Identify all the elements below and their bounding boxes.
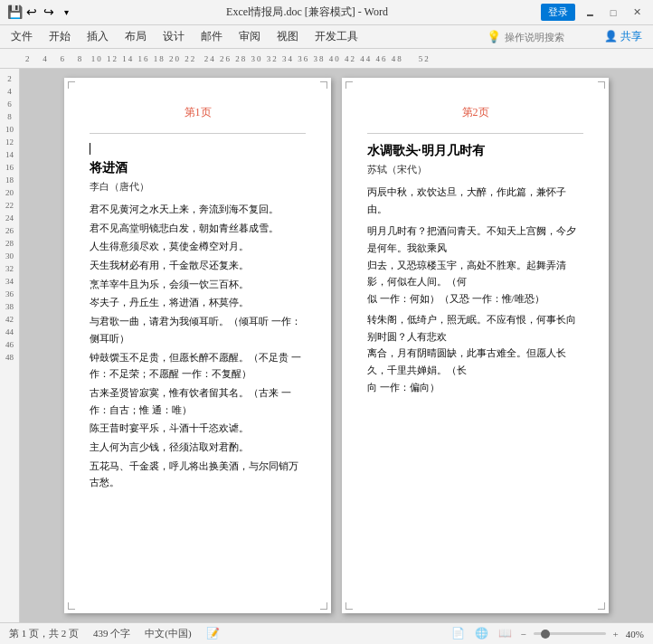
page-info: 第 1 页，共 2 页 [9,627,79,640]
zoom-slider[interactable] [534,632,606,635]
page-1-title: 将进酒 [90,160,306,176]
ruler-num-26: 26 [0,224,19,237]
corner-br-p2 [598,602,605,610]
view-web-btn[interactable]: 🌐 [473,627,489,641]
undo-icon[interactable]: ↩ [24,5,39,20]
page-1-subtitle: 李白（唐代） [90,180,306,194]
menu-search-area: 💡 [487,30,595,44]
ruler-num-46: 46 [0,338,19,351]
p2-line-1: 丙辰中秋，欢饮达旦，大醉，作此篇，兼怀子由。 [367,184,583,217]
zoom-plus-icon[interactable]: + [613,629,619,639]
p2-line-3: 归去，又恐琼楼玉宇，高处不胜寒。起舞弄清影，何似在人间。（何 [367,257,583,290]
ruler-num-8: 8 [0,110,19,123]
p2-line-5: 转朱阁，低绮户，照无眠。不应有恨，何事长向别时圆？人有悲欢 [367,311,583,345]
corner-bl-p1 [68,602,75,610]
menu-mail[interactable]: 邮件 [194,27,230,46]
corner-tr-p2 [598,81,605,89]
ruler-num-18: 18 [0,174,19,186]
edit-mode-icon: 📝 [206,627,220,640]
ruler-num-38: 38 [0,300,19,313]
title-bar-text: Excel情报局.doc [兼容模式] - Word [79,5,535,20]
corner-tl-p2 [345,81,353,89]
menu-file[interactable]: 文件 [4,27,40,46]
corner-tr-p1 [320,81,327,89]
page-2[interactable]: 第2页 水调歌头·明月几时有 苏轼（宋代） 丙辰中秋，欢饮达旦，大醉，作此篇，兼… [342,78,609,613]
language: 中文(中国) [145,627,191,640]
menu-review[interactable]: 审阅 [232,27,268,46]
redo-icon[interactable]: ↪ [42,5,56,20]
page-1-body: 君不见黄河之水天上来，奔流到海不复回。 君不见高堂明镜悲白发，朝如青丝暮成雪。 … [90,201,306,491]
menu-insert[interactable]: 插入 [80,27,116,46]
page-2-divider [367,133,583,134]
page-1-label: 第1页 [90,105,306,120]
ruler-numbers: 2 4 6 8 10 12 14 16 18 20 22 24 26 28 30… [7,54,431,63]
ruler-num-34: 34 [0,275,19,288]
p1-line-1: 君不见黄河之水天上来，奔流到海不复回。 [90,201,306,218]
quick-access-toolbar: 💾 ↩ ↪ ▾ [7,5,73,20]
corner-bl-p2 [345,602,353,610]
customize-icon[interactable]: ▾ [59,5,73,20]
word-count: 439 个字 [93,627,130,640]
page-2-body: 丙辰中秋，欢饮达旦，大醉，作此篇，兼怀子由。 明月几时有？把酒问青天。不知天上宫… [367,184,583,395]
maximize-button[interactable]: □ [604,5,622,20]
p1-line-8: 钟鼓馔玉不足贵，但愿长醉不愿醒。（不足贵 一作：不足荣；不愿醒 一作：不复醒） [90,349,306,383]
main-area: 2 4 6 8 10 12 14 16 18 20 22 24 26 28 30… [0,69,653,622]
ruler-num-20: 20 [0,186,19,199]
share-icon: 👤 [604,30,618,43]
menu-start[interactable]: 开始 [42,27,78,46]
menu-view[interactable]: 视图 [270,27,306,46]
p2-line-2: 明月几时有？把酒问青天。不知天上宫阙，今夕是何年。我欲乘风 [367,223,583,256]
p1-line-4: 天生我材必有用，千金散尽还复来。 [90,257,306,274]
page-2-subtitle: 苏轼（宋代） [367,163,583,176]
close-button[interactable]: ✕ [628,5,646,20]
share-button[interactable]: 👤 共享 [597,27,649,46]
view-read-btn[interactable]: 📖 [497,627,513,641]
share-label: 共享 [620,29,642,44]
p1-line-9: 古来圣贤皆寂寞，惟有饮者留其名。（古来 一作：自古；惟 通：唯） [90,384,306,418]
ruler-num-2: 2 [0,72,19,85]
ruler-num-10: 10 [0,123,19,136]
p1-line-3: 人生得意须尽欢，莫使金樽空对月。 [90,238,306,255]
ruler-num-6: 6 [0,98,19,110]
view-print-btn[interactable]: 📄 [450,627,466,641]
ruler-num-28: 28 [0,237,19,250]
zoom-minus-icon[interactable]: − [520,629,525,639]
ruler-num-32: 32 [0,262,19,275]
save-icon[interactable]: 💾 [7,5,22,20]
ruler-num-44: 44 [0,326,19,338]
corner-tl-p1 [68,81,75,89]
login-button[interactable]: 登录 [541,4,575,21]
document-area: 第1页 将进酒 李白（唐代） 君不见黄河之水天上来，奔流到海不复回。 君不见高堂… [20,69,653,622]
side-ruler: 2 4 6 8 10 12 14 16 18 20 22 24 26 28 30… [0,69,20,622]
minimize-button[interactable]: 🗕 [581,5,599,20]
ruler-num-14: 14 [0,148,19,161]
p2-line-4: 似 一作：何如）（又恐 一作：惟/唯恐） [367,290,583,308]
page-2-label: 第2页 [367,105,583,120]
page-1[interactable]: 第1页 将进酒 李白（唐代） 君不见黄河之水天上来，奔流到海不复回。 君不见高堂… [64,78,331,613]
menu-layout[interactable]: 布局 [118,27,154,46]
ruler-num-4: 4 [0,85,19,98]
p1-line-10: 陈王昔时宴平乐，斗酒十千恣欢谑。 [90,420,306,437]
p1-line-11: 主人何为言少钱，径须沽取对君酌。 [90,439,306,456]
ruler-num-48: 48 [0,351,19,364]
zoom-level: 40% [626,629,644,639]
ruler-num-36: 36 [0,288,19,300]
p2-line-6: 离合，月有阴晴圆缺，此事古难全。但愿人长久，千里共婵娟。（长 [367,345,583,378]
p2-line-7: 向 一作：偏向） [367,379,583,396]
ruler-bar: 2 4 6 8 10 12 14 16 18 20 22 24 26 28 30… [0,49,653,69]
status-bar: 第 1 页，共 2 页 439 个字 中文(中国) 📝 📄 🌐 📖 − + 40… [0,622,653,644]
ruler-num-16: 16 [0,161,19,174]
search-input[interactable] [505,32,595,43]
page-1-divider [90,133,306,134]
menu-design[interactable]: 设计 [156,27,192,46]
ruler-num-22: 22 [0,199,19,212]
menu-bar: 文件 开始 插入 布局 设计 邮件 审阅 视图 开发工具 💡 👤 共享 [0,25,653,49]
p1-line-5: 烹羊宰牛且为乐，会须一饮三百杯。 [90,276,306,293]
search-light-icon: 💡 [487,30,501,44]
ruler-num-24: 24 [0,212,19,224]
p1-line-12: 五花马、千金裘，呼儿将出换美酒，与尔同销万古愁。 [90,458,306,491]
zoom-thumb [541,630,550,639]
page-2-title: 水调歌头·明月几时有 [367,143,583,159]
menu-dev-tools[interactable]: 开发工具 [308,27,365,46]
corner-br-p1 [320,602,327,610]
